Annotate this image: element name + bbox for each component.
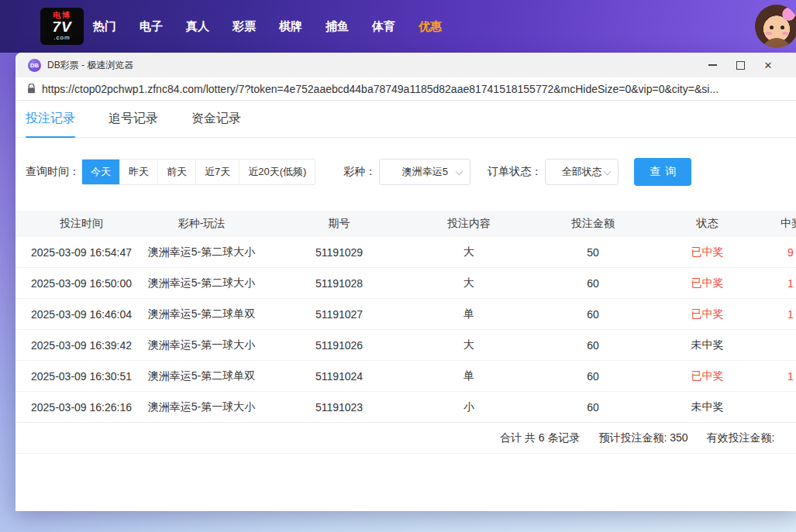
logo-brand: 7V.com bbox=[52, 19, 71, 41]
table-row: 2025-03-09 16:54:47澳洲幸运5-第二球大小51191029大5… bbox=[16, 237, 796, 268]
order-status-label: 订单状态： bbox=[488, 165, 542, 179]
time-option-4[interactable]: 近7天 bbox=[195, 160, 239, 184]
prize-amount: 1 bbox=[744, 308, 796, 321]
bet-content: 大 bbox=[422, 245, 515, 259]
bet-amount: 60 bbox=[515, 277, 670, 290]
lock-icon[interactable] bbox=[27, 84, 36, 94]
time-option-2[interactable]: 昨天 bbox=[119, 160, 157, 184]
user-avatar[interactable] bbox=[755, 5, 796, 48]
time-option-5[interactable]: 近20天(低频) bbox=[239, 160, 315, 184]
issue-number: 51191023 bbox=[256, 401, 422, 414]
bet-content: 单 bbox=[422, 369, 515, 383]
bet-time: 2025-03-09 16:54:47 bbox=[16, 246, 147, 259]
bet-status: 未中奖 bbox=[670, 400, 744, 414]
window-controls: ✕ bbox=[707, 60, 787, 70]
summary-total: 合计 共 6 条记录 bbox=[500, 431, 580, 445]
tab-1[interactable]: 投注记录 bbox=[26, 101, 75, 137]
table-row: 2025-03-09 16:26:16澳洲幸运5-第一球大小51191023小6… bbox=[16, 392, 796, 423]
column-header-7: 中奖金额 bbox=[744, 217, 796, 231]
logo-brand-text: 7V bbox=[52, 19, 71, 34]
bet-time: 2025-03-09 16:39:42 bbox=[16, 339, 147, 352]
lottery-select[interactable]: 澳洲幸运5 bbox=[379, 159, 470, 185]
bet-content: 大 bbox=[422, 338, 515, 352]
game-play: 澳洲幸运5-第二球单双 bbox=[147, 307, 256, 321]
time-option-1[interactable]: 今天 bbox=[82, 160, 119, 184]
table-row: 2025-03-09 16:50:00澳洲幸运5-第二球大小51191028大6… bbox=[16, 268, 796, 299]
table-header-row: 投注时间彩种-玩法期号投注内容投注金额状态中奖金额 bbox=[16, 211, 796, 237]
issue-number: 51191029 bbox=[256, 246, 422, 259]
column-header-5: 投注金额 bbox=[515, 217, 670, 231]
game-play: 澳洲幸运5-第二球单双 bbox=[147, 369, 256, 383]
nav-item-3[interactable]: 真人 bbox=[186, 19, 209, 34]
filter-bar: 查询时间： 今天昨天前天近7天近20天(低频) 彩种： 澳洲幸运5 订单状态： … bbox=[16, 158, 796, 186]
window-app-icon: DB bbox=[28, 59, 41, 72]
nav-item-2[interactable]: 电子 bbox=[140, 19, 163, 34]
close-button[interactable]: ✕ bbox=[763, 60, 774, 70]
bet-status: 未中奖 bbox=[670, 338, 744, 352]
column-header-1: 投注时间 bbox=[16, 217, 147, 231]
bet-content: 大 bbox=[422, 276, 515, 290]
page-tabs: 投注记录追号记录资金记录 bbox=[16, 101, 796, 138]
column-header-4: 投注内容 bbox=[422, 217, 515, 231]
lottery-select-value: 澳洲幸运5 bbox=[402, 165, 448, 179]
order-status-select[interactable]: 全部状态 bbox=[545, 159, 619, 185]
column-header-2: 彩种-玩法 bbox=[147, 217, 256, 231]
bet-status: 已中奖 bbox=[670, 307, 744, 321]
logo-brand-suffix: .com bbox=[53, 35, 70, 41]
nav-item-4[interactable]: 彩票 bbox=[233, 19, 256, 34]
table-body: 2025-03-09 16:54:47澳洲幸运5-第二球大小51191029大5… bbox=[16, 237, 796, 423]
site-topbar: 电博 7V.com 热门电子真人彩票棋牌捕鱼体育优惠 bbox=[0, 0, 796, 53]
bet-time: 2025-03-09 16:46:04 bbox=[16, 308, 147, 321]
desktop: 电博 7V.com 热门电子真人彩票棋牌捕鱼体育优惠 DB DB彩票 - 极速浏… bbox=[0, 0, 796, 532]
address-bar[interactable]: https://ctop02pchwp1.zfnc84.com/lottery/… bbox=[16, 77, 796, 101]
tab-2[interactable]: 追号记录 bbox=[109, 101, 158, 137]
chevron-down-icon bbox=[456, 168, 463, 176]
window-title: DB彩票 - 极速浏览器 bbox=[47, 59, 133, 72]
game-play: 澳洲幸运5-第一球大小 bbox=[147, 338, 256, 352]
lottery-records-page: 投注记录追号记录资金记录 查询时间： 今天昨天前天近7天近20天(低频) 彩种：… bbox=[16, 101, 796, 510]
nav-item-8[interactable]: 优惠 bbox=[419, 19, 442, 34]
bet-amount: 50 bbox=[515, 246, 670, 259]
bet-time: 2025-03-09 16:30:51 bbox=[16, 370, 147, 383]
time-filter-group: 今天昨天前天近7天近20天(低频) bbox=[81, 159, 315, 185]
bet-time: 2025-03-09 16:50:00 bbox=[16, 277, 147, 290]
site-nav: 热门电子真人彩票棋牌捕鱼体育优惠 bbox=[93, 19, 442, 34]
search-button[interactable]: 查询 bbox=[634, 158, 691, 186]
summary-expected-amount: 预计投注金额: 350 bbox=[598, 431, 687, 445]
bet-content: 小 bbox=[422, 400, 515, 414]
prize-amount: 1 bbox=[744, 277, 796, 290]
column-header-3: 期号 bbox=[256, 217, 422, 231]
table-row: 2025-03-09 16:39:42澳洲幸运5-第一球大小51191026大6… bbox=[16, 330, 796, 361]
bet-content: 单 bbox=[422, 307, 515, 321]
game-play: 澳洲幸运5-第一球大小 bbox=[147, 400, 256, 414]
minimize-button[interactable] bbox=[707, 60, 718, 70]
tab-3[interactable]: 资金记录 bbox=[191, 101, 241, 137]
time-option-3[interactable]: 前天 bbox=[157, 160, 195, 184]
issue-number: 51191027 bbox=[256, 308, 422, 321]
summary-valid-amount: 有效投注金额: bbox=[707, 431, 775, 445]
order-status-value: 全部状态 bbox=[562, 165, 602, 179]
nav-item-1[interactable]: 热门 bbox=[93, 19, 116, 34]
window-titlebar[interactable]: DB DB彩票 - 极速浏览器 ✕ bbox=[16, 53, 796, 77]
maximize-button[interactable] bbox=[735, 60, 746, 70]
column-header-6: 状态 bbox=[670, 217, 744, 231]
prize-amount: 9 bbox=[744, 246, 796, 259]
bet-status: 已中奖 bbox=[670, 245, 744, 259]
nav-item-7[interactable]: 体育 bbox=[372, 19, 395, 34]
chevron-down-icon bbox=[604, 168, 612, 176]
game-play: 澳洲幸运5-第二球大小 bbox=[147, 245, 256, 259]
bet-amount: 60 bbox=[515, 370, 670, 383]
nav-item-6[interactable]: 捕鱼 bbox=[326, 19, 349, 34]
summary-row: 合计 共 6 条记录 预计投注金额: 350 有效投注金额: bbox=[16, 423, 796, 454]
table-row: 2025-03-09 16:46:04澳洲幸运5-第二球单双51191027单6… bbox=[16, 299, 796, 330]
time-filter-label: 查询时间： bbox=[26, 165, 80, 179]
table-row: 2025-03-09 16:30:51澳洲幸运5-第二球单双51191024单6… bbox=[16, 361, 796, 392]
game-play: 澳洲幸运5-第二球大小 bbox=[147, 276, 256, 290]
nav-item-5[interactable]: 棋牌 bbox=[279, 19, 302, 34]
issue-number: 51191024 bbox=[256, 370, 422, 383]
bet-records-table: 投注时间彩种-玩法期号投注内容投注金额状态中奖金额 2025-03-09 16:… bbox=[16, 211, 796, 454]
issue-number: 51191026 bbox=[256, 339, 422, 352]
site-logo[interactable]: 电博 7V.com bbox=[40, 8, 84, 45]
issue-number: 51191028 bbox=[256, 277, 422, 290]
bet-amount: 60 bbox=[515, 339, 670, 352]
